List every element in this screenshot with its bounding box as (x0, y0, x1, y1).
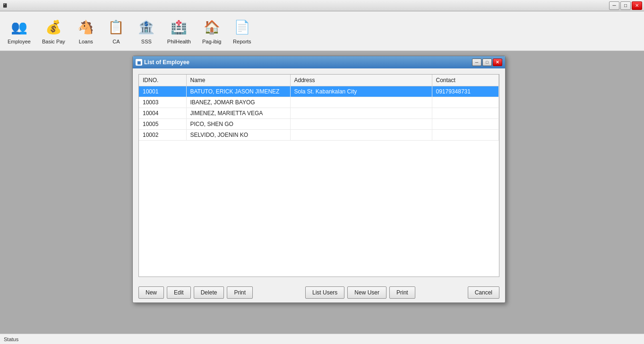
dialog-close-button[interactable]: ✕ (493, 59, 502, 66)
table-header-row: IDNO. Name Address Contact (139, 75, 499, 86)
toolbar-item-basicpay[interactable]: 💰 Basic Pay (38, 16, 69, 46)
status-text: Status (4, 336, 18, 342)
employee-list-dialog: ◼ List of Employee ─ □ ✕ IDNO. Name Addr… (132, 56, 506, 303)
cell-name: PICO, SHEN GO (186, 119, 290, 130)
table-row[interactable]: 10001 BATUTO, ERICK JASON JIMENEZ Sola S… (139, 86, 499, 97)
cell-id: 10002 (139, 130, 186, 141)
title-bar-controls: ─ □ ✕ (609, 1, 642, 10)
app-icon: 🖥 (2, 2, 8, 9)
loans-icon: 🐴 (77, 18, 95, 37)
loans-label: Loans (79, 39, 93, 44)
col-address: Address (290, 75, 432, 86)
app-title-bar: 🖥 ─ □ ✕ (0, 0, 644, 11)
delete-button[interactable]: Delete (194, 286, 224, 299)
minimize-button[interactable]: ─ (609, 1, 619, 10)
table-row[interactable]: 10004 JIMENEZ, MARIETTA VEGA (139, 108, 499, 119)
cell-id: 10005 (139, 119, 186, 130)
close-button[interactable]: ✕ (632, 1, 642, 10)
dialog-minimize-button[interactable]: ─ (472, 59, 481, 66)
new-user-button[interactable]: New User (347, 286, 386, 299)
ca-icon: 📋 (107, 18, 126, 37)
cell-contact: 09179348731 (432, 86, 499, 97)
reports-icon: 📄 (232, 18, 251, 37)
employee-table-container: IDNO. Name Address Contact 10001 BATUTO,… (138, 74, 499, 277)
basicpay-icon: 💰 (44, 18, 63, 37)
philhealth-label: PhilHealth (167, 39, 191, 44)
new-button[interactable]: New (138, 286, 164, 299)
cell-address (290, 97, 432, 108)
cell-contact (432, 119, 499, 130)
cell-id: 10001 (139, 86, 186, 97)
status-bar: Status (0, 334, 644, 344)
table-row[interactable]: 10005 PICO, SHEN GO (139, 119, 499, 130)
dialog-footer: New Edit Delete Print List Users New Use… (133, 283, 505, 302)
sss-icon: 🏦 (137, 18, 156, 37)
print-right-button[interactable]: Print (389, 286, 415, 299)
cell-address: Sola St. Kabankalan City (290, 86, 432, 97)
pagibig-label: Pag-ibig (202, 39, 221, 44)
table-row[interactable]: 10003 IBANEZ, JOMAR BAYOG (139, 97, 499, 108)
toolbar-item-ca[interactable]: 📋 CA (103, 16, 129, 46)
employee-icon: 👥 (9, 18, 28, 37)
dialog-title-label: List of Employee (144, 59, 189, 66)
print-left-button[interactable]: Print (227, 286, 253, 299)
toolbar-item-philhealth[interactable]: 🏥 PhilHealth (163, 16, 195, 46)
cell-contact (432, 108, 499, 119)
col-name: Name (186, 75, 290, 86)
cell-contact (432, 97, 499, 108)
list-users-button[interactable]: List Users (305, 286, 344, 299)
pagibig-icon: 🏠 (202, 18, 221, 37)
col-idno: IDNO. (139, 75, 186, 86)
main-area: ◼ List of Employee ─ □ ✕ IDNO. Name Addr… (0, 51, 644, 334)
table-row[interactable]: 10002 SELVIDO, JOENIN KO (139, 130, 499, 141)
cell-address (290, 108, 432, 119)
cell-id: 10004 (139, 108, 186, 119)
employee-table: IDNO. Name Address Contact 10001 BATUTO,… (139, 75, 499, 141)
toolbar-item-reports[interactable]: 📄 Reports (229, 16, 255, 46)
cell-name: SELVIDO, JOENIN KO (186, 130, 290, 141)
dialog-controls: ─ □ ✕ (472, 59, 502, 66)
dialog-maximize-button[interactable]: □ (482, 59, 492, 66)
reports-label: Reports (233, 39, 251, 44)
cell-address (290, 119, 432, 130)
cell-address (290, 130, 432, 141)
maximize-button[interactable]: □ (620, 1, 631, 10)
dialog-title-bar: ◼ List of Employee ─ □ ✕ (133, 56, 505, 68)
toolbar-item-pagibig[interactable]: 🏠 Pag-ibig (198, 16, 225, 46)
app-title: 🖥 (2, 2, 8, 9)
cell-id: 10003 (139, 97, 186, 108)
toolbar-item-loans[interactable]: 🐴 Loans (73, 16, 99, 46)
edit-button[interactable]: Edit (167, 286, 191, 299)
ca-label: CA (112, 39, 120, 44)
cell-name: JIMENEZ, MARIETTA VEGA (186, 108, 290, 119)
employee-label: Employee (8, 39, 31, 44)
toolbar-item-sss[interactable]: 🏦 SSS (133, 16, 160, 46)
philhealth-icon: 🏥 (170, 18, 189, 37)
col-contact: Contact (432, 75, 499, 86)
toolbar: 👥 Employee 💰 Basic Pay 🐴 Loans 📋 CA 🏦 SS… (0, 11, 644, 51)
basicpay-label: Basic Pay (42, 39, 65, 44)
dialog-title-icon: ◼ (136, 59, 142, 66)
sss-label: SSS (141, 39, 152, 44)
toolbar-item-employee[interactable]: 👥 Employee (4, 16, 34, 46)
cell-name: IBANEZ, JOMAR BAYOG (186, 97, 290, 108)
cell-name: BATUTO, ERICK JASON JIMENEZ (186, 86, 290, 97)
cancel-button[interactable]: Cancel (468, 286, 499, 299)
cell-contact (432, 130, 499, 141)
dialog-title-text: ◼ List of Employee (136, 59, 189, 66)
